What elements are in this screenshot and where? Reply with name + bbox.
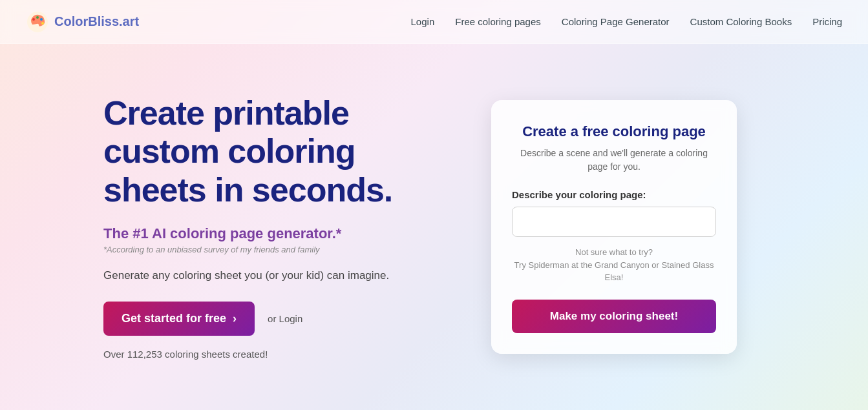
svg-point-3 [40, 18, 43, 21]
svg-point-2 [36, 16, 39, 19]
card-title: Create a free coloring page [512, 123, 716, 140]
card-input-label: Describe your coloring page: [512, 189, 716, 200]
nav-coloring-page-generator[interactable]: Coloring Page Generator [562, 16, 670, 27]
sheets-count: Over 112,253 coloring sheets created! [103, 349, 452, 360]
palette-icon [26, 10, 49, 34]
main-content: Create printable custom coloring sheets … [0, 44, 868, 410]
svg-point-1 [32, 18, 35, 21]
nav-pricing[interactable]: Pricing [812, 16, 842, 27]
coloring-card: Create a free coloring page Describe a s… [491, 100, 737, 354]
hero-disclaimer: *According to an unbiased survey of my f… [103, 245, 452, 254]
cta-arrow: › [233, 312, 237, 325]
nav-links: Login Free coloring pages Coloring Page … [411, 16, 842, 27]
nav-custom-coloring-books[interactable]: Custom Coloring Books [690, 16, 792, 27]
hero-subtitle: The #1 AI coloring page generator.* [103, 225, 452, 242]
logo-text: ColorBliss.art [54, 14, 139, 29]
navbar: ColorBliss.art Login Free coloring pages… [0, 0, 868, 44]
coloring-description-input[interactable] [512, 207, 716, 237]
nav-login[interactable]: Login [411, 16, 435, 27]
card-hint: Not sure what to try?Try Spiderman at th… [512, 246, 716, 284]
card-subtitle: Describe a scene and we'll generate a co… [512, 147, 716, 174]
hero-section: Create printable custom coloring sheets … [103, 94, 452, 360]
logo[interactable]: ColorBliss.art [26, 10, 139, 34]
card-section: Create a free coloring page Describe a s… [491, 100, 737, 354]
nav-free-coloring-pages[interactable]: Free coloring pages [455, 16, 541, 27]
cta-row: Get started for free › or Login [103, 302, 452, 336]
hero-title: Create printable custom coloring sheets … [103, 94, 452, 210]
svg-point-4 [41, 22, 44, 25]
or-login-link[interactable]: or Login [268, 313, 302, 324]
get-started-button[interactable]: Get started for free › [103, 302, 255, 336]
hero-description: Generate any coloring sheet you (or your… [103, 267, 452, 284]
make-coloring-sheet-button[interactable]: Make my coloring sheet! [512, 300, 716, 333]
cta-label: Get started for free [122, 312, 226, 325]
